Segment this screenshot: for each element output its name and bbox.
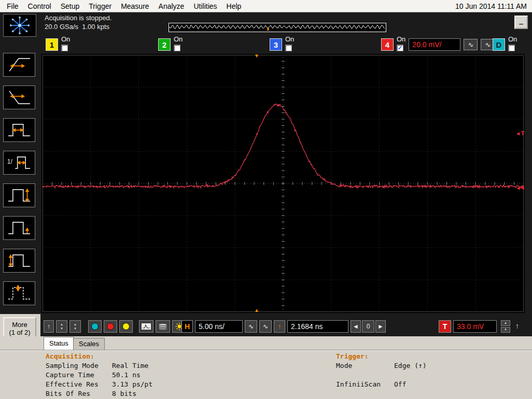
channel-2-group: 2On [158,35,183,51]
menu-bar: FileControlSetupTriggerMeasureAnalyzeUti… [0,0,532,12]
status-row: ModeEdge (↑) [336,361,427,370]
menu-items: FileControlSetupTriggerMeasureAnalyzeUti… [2,0,246,12]
measure-pulse-width-icon [6,119,33,141]
status-label: Bits Of Res [46,389,112,398]
horizontal-trigger-toolbar: ↑ ▲ ▼ ▲ ▼ [40,317,532,336]
channel-4-reference-marker[interactable]: ◄4 [516,185,524,191]
measure-rise-time-button[interactable] [3,53,35,77]
acquisition-rows: Sampling ModeReal TimeCapture Time50.1 n… [46,361,152,398]
marker-color-button-3[interactable] [119,320,133,333]
spinner-up-icon[interactable]: ▲ [501,320,510,326]
menu-item-analyze[interactable]: Analyze [154,1,189,12]
more-button-sublabel: (1 of 2) [9,329,30,336]
status-label: Effective Res [46,380,112,389]
measure-v-base-button[interactable] [3,216,35,240]
channel-1-on-checkbox[interactable] [61,45,68,51]
sample-rate-text: 20.0 GSa/s 1.00 kpts [45,23,109,31]
red-marker-icon [107,323,114,330]
waveform-display[interactable]: ▼ ▲ ◄T ◄4 [41,54,525,313]
channel-1-button[interactable]: 1 [46,38,58,51]
minimize-button[interactable]: − [514,16,528,29]
infiniium-logo-button[interactable] [3,14,36,37]
timebase-field[interactable]: 5.00 ns/ [195,320,243,333]
trigger-status-block: Trigger: ModeEdge (↑)InfiniiScanOff [336,352,427,389]
measurement-sidebar: 1/ [3,53,37,314]
horizontal-waveform-button-1[interactable]: ∿ [245,320,257,333]
acquisition-status-block: Acquisition: Sampling ModeReal TimeCaptu… [46,352,152,398]
marker-color-button-2[interactable] [104,320,117,333]
trigger-position-button[interactable]: ↑ [274,320,285,333]
channel-3-on-checkbox[interactable] [285,45,292,51]
graticule-and-trace [43,55,524,312]
status-label: InfiniiScan [336,380,394,389]
channel-3-button[interactable]: 3 [270,38,282,51]
menu-item-file[interactable]: File [2,1,23,12]
measure-overshoot-button[interactable] [3,281,35,305]
measure-v-top-button[interactable] [3,249,35,273]
delay-zero-button[interactable]: 0 [362,320,374,333]
channel-1-on-label: On [61,35,70,43]
trigger-badge[interactable]: T [439,320,451,333]
channel-2-on-checkbox[interactable] [174,45,180,51]
measure-frequency-icon: 1/ [6,152,33,174]
measure-fall-time-button[interactable] [3,86,35,109]
channel-3-on-label: On [285,35,294,43]
status-label [336,370,394,380]
status-value: 8 bits [112,389,136,398]
spinner-down-icon[interactable]: ▼ [74,327,77,331]
horizontal-badge[interactable]: H [181,320,193,333]
status-row [336,370,427,380]
pan-right-button[interactable]: ► [375,320,386,333]
channel-D-button[interactable]: D [493,38,505,51]
trigger-level-marker[interactable]: ◄T [515,131,524,136]
marker-color-button-1[interactable] [88,320,102,333]
spinner-button-2[interactable]: ▲ ▼ [69,320,81,333]
menu-item-measure[interactable]: Measure [116,1,153,12]
channel-2-button[interactable]: 2 [158,38,171,51]
trigger-time-marker-bottom[interactable]: ▲ [254,308,260,313]
trigger-rows: ModeEdge (↑)InfiniiScanOff [336,361,427,389]
pan-left-button[interactable]: ◄ [351,320,361,333]
status-value: Real Time [112,361,148,370]
trigger-slope-icon: ↑ [515,322,519,330]
spinner-down-icon[interactable]: ▼ [60,327,63,331]
acquisition-memory-bar[interactable] [169,23,386,32]
spinner-down-icon[interactable]: ▼ [501,327,510,333]
datetime-display: 10 Jun 2014 11:11 AM [455,2,527,10]
channel-4-waveform-button-1[interactable]: ∿ [464,39,478,50]
menu-item-utilities[interactable]: Utilities [189,1,221,12]
trigger-level-spinner[interactable]: ▲ ▼ [501,320,510,333]
display-layers-button[interactable] [156,320,170,333]
menu-item-control[interactable]: Control [23,1,56,12]
channel-4-button[interactable]: 4 [381,38,394,51]
channel-D-on-checkbox[interactable] [508,45,515,51]
menu-item-trigger[interactable]: Trigger [84,1,116,12]
channel-D-on-label: On [508,35,517,43]
vertical-adjust-button[interactable]: ↑ [44,320,54,333]
delay-field[interactable]: 2.1684 ns [287,320,348,333]
status-value: Edge (↑) [394,361,427,370]
spinner-up-icon[interactable]: ▲ [60,323,63,326]
spinner-up-icon[interactable]: ▲ [74,323,77,326]
channel-4-scale-field[interactable]: 20.0 mV/ [409,38,460,51]
measure-pulse-width-button[interactable] [3,118,35,142]
channel-4-on-checkbox[interactable]: ✓ [397,45,403,51]
measure-peak-peak-button[interactable] [3,183,35,207]
menu-item-setup[interactable]: Setup [56,1,85,12]
status-row: InfiniiScanOff [336,380,427,389]
menu-item-help[interactable]: Help [222,1,246,12]
status-value: 3.13 ps/pt [112,380,152,389]
measure-frequency-button[interactable]: 1/ [3,151,35,175]
teal-marker-icon [91,323,99,330]
tab-scales[interactable]: Scales [73,338,105,350]
acquisition-status-text: Acquisition is stopped. [45,14,111,22]
zoom-display-button[interactable] [139,320,153,333]
status-panel-face: Acquisition: Sampling ModeReal TimeCaptu… [0,350,532,399]
horizontal-waveform-button-2[interactable]: ∿ [259,320,272,333]
trigger-time-marker-top[interactable]: ▼ [254,53,260,59]
spinner-button-1[interactable]: ▲ ▼ [56,320,67,333]
tab-status[interactable]: Status [44,337,74,350]
yellow-marker-icon [122,323,130,330]
trigger-level-field[interactable]: 33.0 mV [453,320,497,333]
oscilloscope-window: FileControlSetupTriggerMeasureAnalyzeUti… [0,0,532,399]
